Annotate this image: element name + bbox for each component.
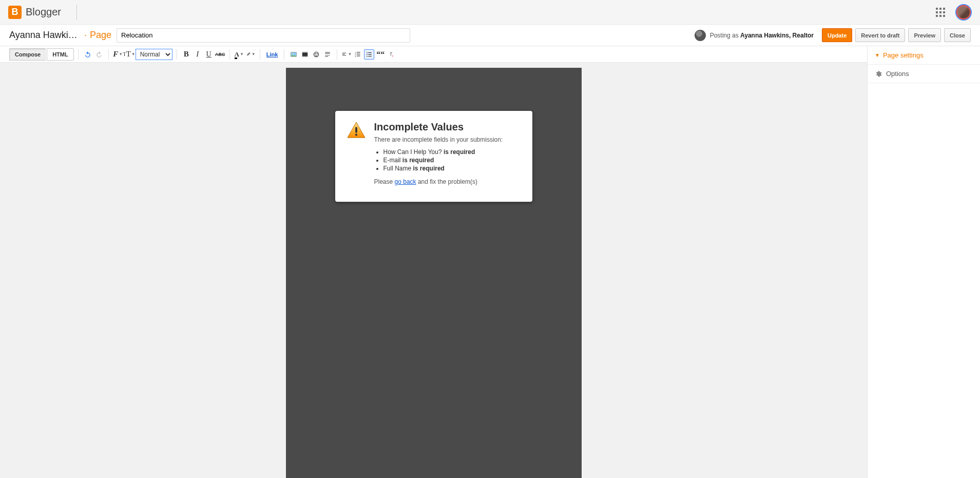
svg-point-6 [315,53,316,54]
strikethrough-icon[interactable]: ABC [215,49,225,60]
google-apps-icon[interactable] [936,8,945,17]
list-item: E-mail is required [383,157,503,164]
blog-name[interactable]: Ayanna Hawkins, ... [9,30,81,41]
svg-point-22 [367,55,368,56]
svg-rect-4 [302,56,308,56]
logo-letter: B [12,7,18,17]
page-settings-toggle[interactable]: ▼ Page settings [868,46,980,65]
highlight-color-icon[interactable]: ▼ [245,49,256,60]
insert-link-button[interactable]: Link [264,51,280,58]
remove-formatting-icon[interactable]: T× [387,49,397,60]
svg-rect-3 [302,52,308,52]
gear-icon [875,70,882,78]
svg-rect-24 [369,54,372,54]
svg-rect-23 [369,52,372,52]
svg-rect-18 [357,53,360,54]
posting-as-label: Posting as Ayanna Hawkins, Realtor [710,32,814,39]
svg-rect-8 [325,52,330,52]
italic-icon[interactable]: I [193,49,203,60]
error-subtitle: There are incomplete fields in your subm… [374,136,503,143]
svg-rect-9 [325,53,330,53]
svg-rect-13 [342,55,346,55]
posting-author[interactable]: Ayanna Hawkins, Realtor [740,32,814,39]
svg-rect-25 [369,55,372,56]
svg-rect-17 [357,52,360,52]
svg-point-21 [367,54,368,55]
svg-text:3: 3 [355,55,356,57]
options-label: Options [886,70,909,78]
redo-icon[interactable] [94,49,104,60]
text-color-icon[interactable]: A▼ [234,49,244,60]
editor-canvas-area[interactable]: Incomplete Values There are incomplete f… [0,63,867,478]
svg-point-7 [317,53,317,54]
bold-icon[interactable]: B [181,49,191,60]
html-tab[interactable]: HTML [47,48,74,61]
brand-name: Blogger [26,6,61,18]
error-list: How Can I Help You? is required E-mail i… [383,148,503,172]
warning-icon [347,121,366,139]
blockquote-icon[interactable]: ““ [375,49,386,60]
svg-rect-28 [355,127,357,132]
undo-icon[interactable] [83,49,93,60]
svg-rect-12 [342,54,345,54]
compose-tab[interactable]: Compose [9,48,46,61]
svg-rect-19 [357,55,360,56]
account-avatar[interactable] [955,4,972,21]
page-canvas: Incomplete Values There are incomplete f… [286,68,582,478]
insert-emoji-icon[interactable] [311,49,321,60]
svg-rect-2 [302,52,308,56]
options-item[interactable]: Options [868,65,980,83]
error-instruction: Please go back and fix the problem(s) [374,178,503,185]
header-divider [76,5,77,20]
svg-rect-11 [342,52,346,53]
please-suffix: and fix the problem(s) [416,178,477,185]
font-size-icon[interactable]: TT▼ [124,49,134,60]
blogger-logo-icon[interactable]: B [8,6,22,19]
svg-point-20 [367,52,368,53]
svg-rect-10 [325,56,329,56]
close-button[interactable]: Close [944,28,971,42]
numbered-list-icon[interactable]: 123 [353,49,363,60]
please-prefix: Please [374,178,395,185]
content-type-label: Page [90,30,111,41]
svg-point-29 [355,133,357,136]
insert-image-icon[interactable] [289,49,299,60]
editor-subheader: Ayanna Hawkins, ... · Page Posting as Ay… [0,25,980,46]
editor-toolbar: Compose HTML F▼ TT▼ Normal B I U ABC A▼ … [0,46,867,63]
insert-jump-break-icon[interactable] [322,49,333,60]
insert-video-icon[interactable] [300,49,310,60]
app-header: B Blogger [0,0,980,25]
underline-icon[interactable]: U [204,49,214,60]
author-avatar-icon[interactable] [695,30,706,41]
caret-down-icon: ▼ [875,52,880,58]
settings-sidebar: ▼ Page settings Options [867,46,980,478]
update-button[interactable]: Update [822,28,852,42]
list-item: Full Name is required [383,165,503,172]
bulleted-list-icon[interactable] [364,49,374,60]
svg-point-1 [292,53,293,54]
error-title: Incomplete Values [374,121,503,133]
main-area: Compose HTML F▼ TT▼ Normal B I U ABC A▼ … [0,46,980,478]
separator-dot: · [84,30,87,41]
list-item: How Can I Help You? is required [383,148,503,156]
revert-to-draft-button[interactable]: Revert to draft [855,28,905,42]
font-family-icon[interactable]: F▼ [113,49,123,60]
page-settings-label: Page settings [883,51,924,59]
paragraph-format-select[interactable]: Normal [136,49,172,60]
page-title-input[interactable] [117,28,410,43]
go-back-link[interactable]: go back [395,178,416,185]
svg-text:×: × [392,54,393,57]
error-message-card: Incomplete Values There are incomplete f… [335,111,532,202]
posting-prefix: Posting as [710,32,740,39]
alignment-icon[interactable]: ▼ [341,49,352,60]
preview-button[interactable]: Preview [908,28,941,42]
